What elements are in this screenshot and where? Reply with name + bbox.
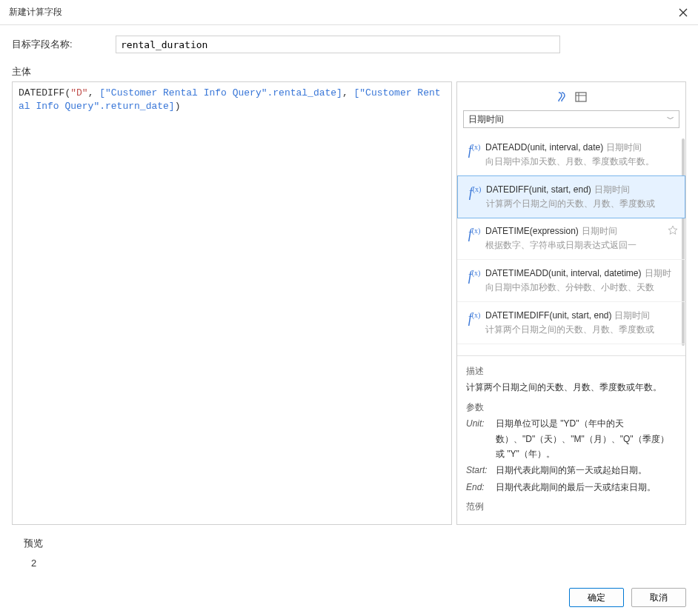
function-item-dateadd[interactable]: f(x) DATEADD(unit, interval, date)日期时间 向… <box>457 134 685 176</box>
titlebar: 新建计算字段 <box>0 0 698 25</box>
token-string: "D" <box>70 87 87 98</box>
function-text: DATETIMEADD(unit, interval, datetime)日期时… <box>485 267 679 294</box>
body-label: 主体 <box>12 65 686 78</box>
main-area: DATEDIFF("D", ["Customer Rental Info Que… <box>12 81 686 525</box>
fx-icon: f(x) <box>463 141 485 168</box>
function-list[interactable]: f(x) DATEADD(unit, interval, date)日期时间 向… <box>457 134 685 356</box>
preview-value: 2 <box>24 558 674 569</box>
footer: 确定 取消 <box>0 580 698 616</box>
category-value: 日期时间 <box>468 113 504 126</box>
fx-icon: f(x) <box>463 309 485 336</box>
function-item-datetime[interactable]: f(x) DATETIME(expression)日期时间 根据数字、字符串或日… <box>457 218 685 260</box>
function-text: DATEADD(unit, interval, date)日期时间 向日期中添加… <box>485 141 679 168</box>
field-name-row: 目标字段名称: <box>12 36 686 53</box>
params-heading: 参数 <box>466 400 677 415</box>
fx-icon: f(x) <box>463 225 485 252</box>
desc-text: 计算两个日期之间的天数、月数、季度数或年数。 <box>466 380 677 395</box>
ok-button[interactable]: 确定 <box>569 588 624 607</box>
expression-editor[interactable]: DATEDIFF("D", ["Customer Rental Info Que… <box>12 81 452 525</box>
fx-icon: f(x) <box>463 267 485 294</box>
desc-heading: 描述 <box>466 364 677 378</box>
functions-tab-icon[interactable] <box>554 90 569 104</box>
fields-tab-icon[interactable] <box>574 90 588 104</box>
param-row: Unit: 日期单位可以是 "YD"（年中的天数）、"D"（天）、"M"（月）、… <box>466 416 677 461</box>
dialog-title: 新建计算字段 <box>9 6 62 19</box>
param-row: End: 日期代表此期间的最后一天或结束日期。 <box>466 480 677 495</box>
side-tabs <box>457 82 685 110</box>
fx-icon: f(x) <box>464 184 486 210</box>
category-select[interactable]: 日期时间 ﹀ <box>463 110 679 128</box>
side-panel: 日期时间 ﹀ f(x) DATEADD(unit, interval, date… <box>456 81 686 525</box>
function-text: DATEDIFF(unit, start, end)日期时间 计算两个日期之间的… <box>486 184 679 210</box>
cancel-button[interactable]: 取消 <box>631 588 686 607</box>
function-text: DATETIMEDIFF(unit, start, end)日期时间 计算两个日… <box>485 309 679 336</box>
content-area: 目标字段名称: 主体 DATEDIFF("D", ["Customer Rent… <box>0 25 698 580</box>
param-row: Start: 日期代表此期间的第一天或起始日期。 <box>466 463 677 478</box>
field-name-input[interactable] <box>116 36 560 53</box>
close-icon[interactable] <box>677 7 689 19</box>
function-item-datediff[interactable]: f(x) DATEDIFF(unit, start, end)日期时间 计算两个… <box>457 175 685 218</box>
token-field-ref: ["Customer Rental Info Query".rental_dat… <box>99 87 342 98</box>
function-item-datetimeadd[interactable]: f(x) DATETIMEADD(unit, interval, datetim… <box>457 260 685 302</box>
field-name-label: 目标字段名称: <box>12 38 116 51</box>
svg-rect-0 <box>576 93 586 101</box>
description-panel: 描述 计算两个日期之间的天数、月数、季度数或年数。 参数 Unit: 日期单位可… <box>457 356 685 524</box>
function-item-datetimediff[interactable]: f(x) DATETIMEDIFF(unit, start, end)日期时间 … <box>457 302 685 344</box>
star-icon[interactable] <box>668 225 678 238</box>
example-heading: 范例 <box>466 499 677 514</box>
preview-label: 预览 <box>24 537 674 550</box>
function-text: DATETIME(expression)日期时间 根据数字、字符串或日期表达式返… <box>485 225 679 252</box>
chevron-down-icon: ﹀ <box>667 114 674 124</box>
token-function: DATEDIFF <box>19 87 64 98</box>
preview-area: 预览 2 <box>12 525 686 575</box>
